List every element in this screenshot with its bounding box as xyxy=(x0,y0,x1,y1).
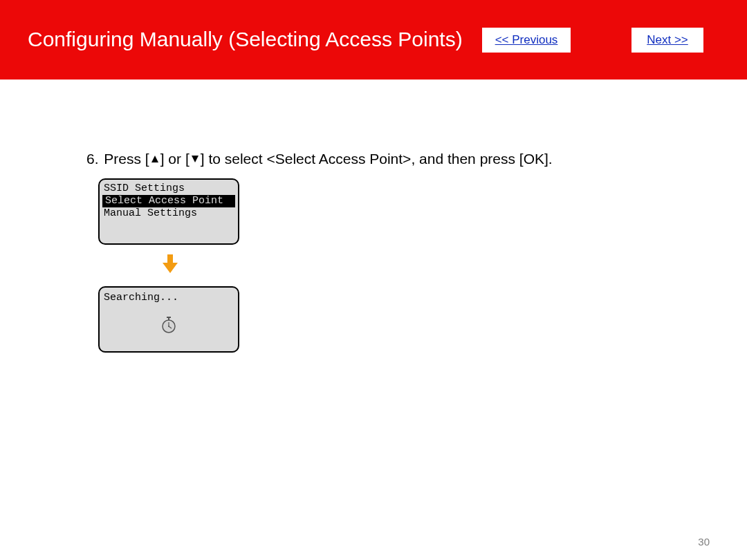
svg-marker-3 xyxy=(163,263,178,273)
lcd-title: SSID Settings xyxy=(100,183,238,195)
arrow-down-icon xyxy=(163,254,709,277)
instruction-text-1: Press [ xyxy=(100,151,149,167)
lcd-item: Manual Settings xyxy=(100,207,238,220)
svg-marker-1 xyxy=(192,156,199,162)
svg-point-10 xyxy=(168,326,169,327)
header-banner: Configuring Manually (Selecting Access P… xyxy=(0,0,747,80)
triangle-down-icon xyxy=(191,155,199,163)
content-area: 6. Press [ ] or [ ] to select <Select Ac… xyxy=(86,151,709,353)
instruction-step: 6. Press [ ] or [ ] to select <Select Ac… xyxy=(86,151,709,167)
lcd-searching-text: Searching... xyxy=(100,290,238,306)
svg-rect-5 xyxy=(167,317,171,318)
svg-rect-2 xyxy=(167,254,173,264)
step-number: 6. xyxy=(86,151,99,167)
lcd-panel-searching: Searching... xyxy=(98,286,239,353)
previous-button[interactable]: << Previous xyxy=(482,28,571,53)
triangle-up-icon xyxy=(151,155,159,163)
page-number: 30 xyxy=(698,536,710,548)
lcd-panel-ssid: SSID Settings Select Access Point Manual… xyxy=(98,178,239,245)
svg-marker-0 xyxy=(151,156,158,162)
instruction-text-2: ] or [ xyxy=(160,151,190,167)
instruction-text-3: ] to select <Select Access Point>, and t… xyxy=(201,151,553,167)
page-title: Configuring Manually (Selecting Access P… xyxy=(28,28,463,51)
next-button[interactable]: Next >> xyxy=(631,28,703,53)
lcd-item-selected: Select Access Point xyxy=(102,195,235,207)
stopwatch-icon xyxy=(161,317,176,337)
